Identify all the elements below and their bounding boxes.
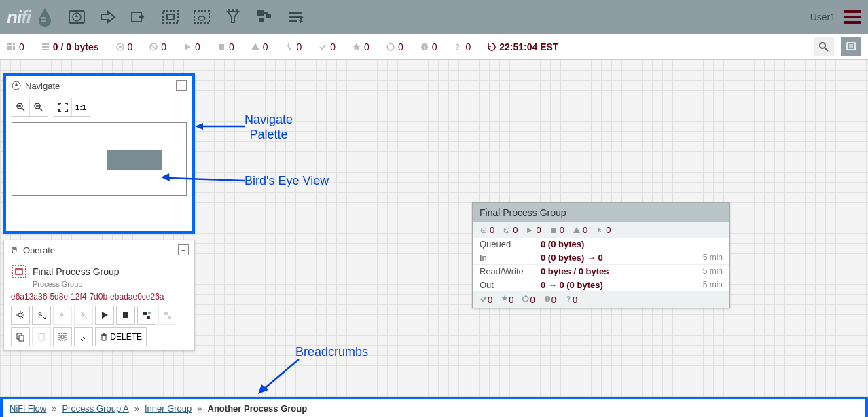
annotation-arrow-navigate	[194, 121, 248, 134]
annotation-arrow-breadcrumbs	[255, 356, 309, 397]
svg-point-39	[39, 312, 41, 315]
svg-rect-20	[13, 46, 15, 48]
svg-point-43	[148, 312, 151, 314]
svg-rect-0	[41, 17, 43, 19]
navigate-palette: Navigate − 1:1	[3, 73, 195, 234]
svg-line-63	[263, 359, 299, 390]
svg-rect-6	[163, 11, 178, 23]
breadcrumb-level2[interactable]: Inner Group	[145, 403, 192, 414]
app-header: nifi User1	[0, 0, 868, 34]
svg-point-9	[228, 9, 230, 12]
svg-rect-50	[59, 333, 66, 340]
svg-rect-36	[12, 266, 26, 278]
last-refresh-status: 22:51:04 EST	[487, 41, 558, 52]
delete-button[interactable]: DELETE	[95, 327, 147, 346]
copy-button[interactable]	[11, 327, 30, 346]
add-label-icon[interactable]	[286, 7, 305, 26]
bulletin-button[interactable]	[841, 37, 861, 56]
active-threads-status: 0	[7, 41, 24, 52]
operate-title: Operate	[23, 245, 55, 255]
process-group-status-row: 0 0 0 0 0 0	[473, 222, 729, 238]
add-output-port-icon[interactable]	[130, 7, 149, 26]
svg-rect-49	[40, 333, 43, 334]
variables-button[interactable]	[32, 306, 51, 325]
zoom-out-button[interactable]	[30, 98, 48, 116]
breadcrumb-current: Another Process Group	[208, 403, 308, 414]
zoom-actual-button[interactable]: 1:1	[72, 98, 90, 116]
create-template-button[interactable]	[137, 306, 156, 325]
color-button[interactable]	[74, 327, 93, 346]
group-button[interactable]	[53, 327, 72, 346]
operate-component-name: Final Process Group	[33, 266, 120, 277]
svg-rect-22	[10, 48, 12, 50]
status-bar: 0 0 / 0 bytes 0 0 0 0 0 0 0 0 0 !0 ?0 22…	[0, 34, 868, 60]
add-remote-process-group-icon[interactable]	[192, 7, 211, 26]
svg-rect-48	[39, 333, 44, 340]
svg-rect-12	[257, 10, 264, 16]
operate-collapse-button[interactable]: −	[178, 244, 189, 255]
svg-rect-19	[10, 46, 12, 48]
svg-rect-32	[847, 43, 855, 50]
operate-component-id: e6a13a36-5d8e-12f4-7d0b-ebadae0ce26a	[11, 292, 187, 302]
add-processor-icon[interactable]	[67, 7, 86, 26]
flow-canvas[interactable]: Navigate − 1:1 Operate − Final	[0, 60, 868, 397]
svg-rect-47	[19, 336, 24, 341]
svg-rect-21	[7, 48, 10, 50]
operate-header: Operate −	[4, 240, 194, 259]
stale-status: 0	[386, 41, 403, 52]
add-process-group-icon[interactable]	[161, 7, 180, 26]
unknown-status: ?0	[453, 41, 471, 52]
svg-rect-18	[7, 46, 10, 48]
uptodate-status: 0	[318, 41, 336, 52]
start-button[interactable]	[95, 306, 114, 325]
breadcrumb-level1[interactable]: Process Group A	[62, 403, 128, 414]
zoom-in-button[interactable]	[12, 98, 30, 116]
birds-eye-viewport[interactable]	[107, 150, 162, 170]
running-status: 0	[183, 41, 200, 52]
svg-rect-16	[10, 43, 12, 45]
zoom-fit-button[interactable]	[54, 98, 72, 116]
svg-rect-14	[259, 18, 264, 22]
process-group-component[interactable]: Final Process Group 0 0 0 0 0 0 Queued0 …	[472, 202, 730, 308]
svg-point-10	[232, 9, 234, 12]
annotation-birdseye: Bird's Eye View	[245, 174, 329, 188]
locally-modified-status: 0	[352, 41, 369, 52]
annotation-breadcrumbs: Breadcrumbs	[295, 345, 368, 359]
stopped-status: 0	[217, 41, 234, 52]
breadcrumb-bar: NiFi Flow » Process Group A » Inner Grou…	[0, 397, 868, 417]
navigate-collapse-button[interactable]: −	[176, 80, 187, 91]
nifi-drop-icon	[36, 7, 54, 27]
svg-rect-17	[13, 43, 15, 45]
hand-icon	[10, 245, 19, 255]
process-group-footer: 0 0 0 !0 ?0	[473, 292, 729, 308]
add-template-icon[interactable]	[255, 7, 274, 26]
upload-template-button	[158, 306, 177, 325]
add-input-port-icon[interactable]	[98, 7, 117, 26]
process-group-stats: Queued0 (0 bytes) In0 (0 bytes) → 05 min…	[473, 238, 729, 292]
search-button[interactable]	[814, 37, 834, 56]
global-menu-icon[interactable]	[844, 7, 861, 26]
process-group-icon	[11, 264, 27, 280]
paste-button	[32, 327, 51, 346]
svg-rect-44	[164, 312, 168, 315]
svg-marker-60	[195, 123, 203, 130]
svg-marker-64	[258, 384, 268, 394]
navigate-header: Navigate −	[6, 76, 192, 95]
svg-rect-3	[43, 20, 46, 22]
add-funnel-icon[interactable]	[223, 7, 242, 26]
stop-button[interactable]	[116, 306, 135, 325]
compass-icon	[12, 81, 21, 90]
operate-component-type: Process Group	[33, 280, 187, 288]
birds-eye-view[interactable]	[12, 122, 187, 196]
nifi-logo: nifi	[7, 7, 31, 28]
breadcrumb-root[interactable]: NiFi Flow	[10, 403, 46, 414]
svg-rect-1	[43, 17, 46, 19]
configure-button[interactable]	[11, 306, 30, 325]
disabled-status: 0	[284, 41, 302, 52]
svg-rect-41	[143, 312, 147, 315]
queued-status: 0 / 0 bytes	[41, 41, 99, 52]
svg-rect-27	[219, 44, 224, 50]
svg-rect-37	[16, 269, 22, 274]
svg-rect-55	[551, 228, 556, 233]
disable-button	[74, 306, 93, 325]
